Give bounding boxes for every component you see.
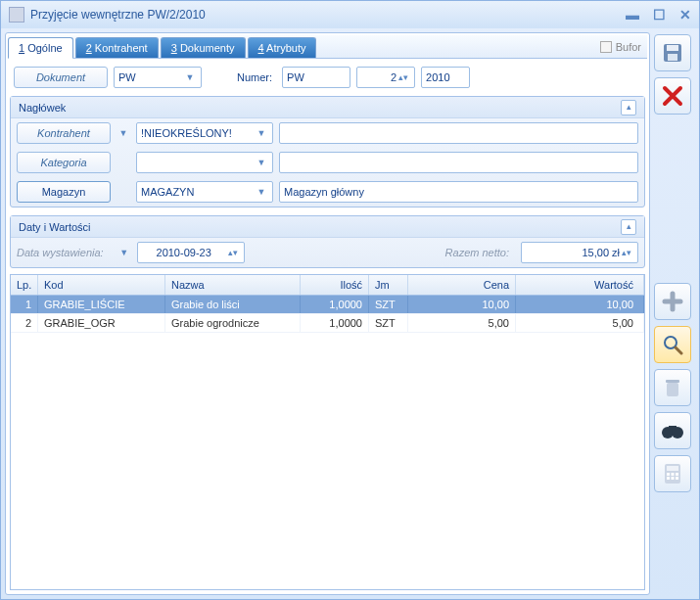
main-pane: 1 Ogólne 2 Kontrahent 3 Dokumenty 4 Atry…: [5, 32, 650, 595]
naglowek-title: Nagłówek: [19, 102, 66, 114]
cell-kod: GRABIE_LIŚCIE: [38, 296, 165, 313]
date-input[interactable]: 2010-09-23 ▴▾: [137, 242, 245, 263]
svg-rect-4: [667, 383, 678, 396]
col-lp[interactable]: Lp.: [11, 275, 38, 295]
cell-wartosc: 10,00: [516, 296, 644, 313]
titlebar: Przyjęcie wewnętrzne PW/2/2010 ▬ ☐ ✕: [1, 1, 699, 28]
naglowek-section: Nagłówek ▴ Kontrahent ▼ !NIEOKREŚLONY! ▼…: [10, 96, 645, 208]
window-controls: ▬ ☐ ✕: [626, 7, 691, 23]
cell-cena: 10,00: [408, 296, 516, 313]
svg-rect-14: [667, 477, 670, 480]
magazyn-select[interactable]: MAGAZYN ▼: [136, 181, 273, 203]
cancel-button[interactable]: [654, 77, 691, 115]
svg-rect-11: [667, 473, 670, 476]
spinner-icon: ▴▾: [620, 248, 633, 257]
naglowek-header: Nagłówek ▴: [11, 97, 644, 118]
plus-icon: [662, 291, 683, 312]
col-ilosc[interactable]: Ilość: [301, 275, 369, 295]
daty-title: Daty i Wartości: [19, 221, 91, 233]
doc-type-value: PW: [118, 71, 183, 83]
items-grid: Lp. Kod Nazwa Ilość Jm Cena Wartość 1GRA…: [10, 274, 645, 590]
col-cena[interactable]: Cena: [408, 275, 516, 295]
spinner-icon: ▴▾: [397, 72, 410, 82]
x-red-icon: [662, 85, 683, 107]
tab-atrybuty[interactable]: 4 Atrybuty: [248, 37, 317, 58]
app-window: Przyjęcie wewnętrzne PW/2/2010 ▬ ☐ ✕ 1 O…: [0, 0, 700, 600]
cell-ilosc: 1,0000: [301, 296, 369, 313]
cell-lp: 1: [11, 296, 38, 313]
svg-rect-2: [668, 54, 677, 61]
cell-jm: SZT: [369, 296, 408, 313]
cell-cena: 5,00: [408, 314, 516, 332]
numer-year-input[interactable]: 2010: [421, 67, 470, 88]
cell-jm: SZT: [369, 314, 408, 332]
floppy-icon: [661, 41, 684, 65]
delete-item-button[interactable]: [654, 369, 691, 406]
calculator-icon: [663, 462, 682, 485]
kontrahent-button[interactable]: Kontrahent: [17, 122, 111, 144]
chevron-down-icon: ▼: [255, 187, 268, 197]
svg-rect-15: [672, 477, 675, 480]
kategoria-button[interactable]: Kategoria: [17, 152, 111, 173]
daty-header: Daty i Wartości ▴: [11, 216, 644, 238]
numer-no-input[interactable]: 2 ▴▾: [356, 67, 415, 88]
col-kod[interactable]: Kod: [38, 275, 165, 295]
tab-ogolne[interactable]: 1 Ogólne: [8, 37, 73, 59]
net-value[interactable]: 15,00 zł ▴▾: [521, 242, 638, 263]
bufor-label: Bufor: [616, 41, 641, 53]
tab-dokumenty[interactable]: 3 Dokumenty: [161, 37, 246, 58]
svg-rect-1: [667, 45, 678, 51]
cell-nazwa: Grabie do liści: [165, 296, 301, 313]
col-jm[interactable]: Jm: [369, 275, 408, 295]
trash-icon: [663, 377, 682, 398]
maximize-button[interactable]: ☐: [653, 7, 666, 23]
grid-header: Lp. Kod Nazwa Ilość Jm Cena Wartość: [11, 275, 644, 296]
kategoria-select[interactable]: ▼: [136, 152, 273, 173]
save-button[interactable]: [654, 34, 691, 71]
kontrahent-select[interactable]: !NIEOKREŚLONY! ▼: [136, 122, 273, 144]
dokument-button[interactable]: Dokument: [14, 67, 108, 88]
checkbox-icon: [600, 41, 612, 53]
svg-rect-5: [666, 380, 679, 383]
calculator-button[interactable]: [654, 455, 691, 492]
bufor-checkbox[interactable]: Bufor: [600, 41, 641, 53]
chevron-down-icon[interactable]: ▼: [117, 248, 131, 257]
cell-lp: 2: [11, 314, 38, 332]
collapse-button[interactable]: ▴: [621, 100, 636, 115]
chevron-down-icon: ▼: [255, 158, 268, 167]
close-button[interactable]: ✕: [679, 7, 691, 23]
grid-body: 1GRABIE_LIŚCIEGrabie do liści1,0000SZT10…: [11, 296, 644, 333]
app-icon: [9, 7, 24, 23]
collapse-button[interactable]: ▴: [621, 219, 636, 235]
cell-wartosc: 5,00: [516, 314, 644, 332]
minimize-button[interactable]: ▬: [626, 7, 639, 23]
table-row[interactable]: 2GRABIE_OGRGrabie ogrodnicze1,0000SZT5,0…: [11, 314, 644, 333]
doc-type-select[interactable]: PW ▼: [114, 67, 202, 88]
add-item-button[interactable]: [654, 283, 691, 320]
table-row[interactable]: 1GRABIE_LIŚCIEGrabie do liści1,0000SZT10…: [11, 296, 644, 314]
chevron-down-icon[interactable]: ▼: [117, 128, 130, 138]
svg-rect-13: [676, 473, 678, 476]
cell-nazwa: Grabie ogrodnicze: [165, 314, 301, 332]
chevron-down-icon: ▼: [255, 128, 268, 138]
magazyn-button[interactable]: Magazyn: [17, 181, 111, 203]
search-button[interactable]: [654, 412, 691, 449]
kategoria-desc-input[interactable]: [279, 152, 638, 173]
magazyn-desc-input[interactable]: Magazyn główny: [279, 181, 638, 203]
col-nazwa[interactable]: Nazwa: [165, 275, 301, 295]
col-wartosc[interactable]: Wartość: [516, 275, 644, 295]
numer-prefix-input[interactable]: PW: [282, 67, 350, 88]
window-title: Przyjęcie wewnętrzne PW/2/2010: [30, 8, 626, 22]
net-label: Razem netto:: [445, 247, 509, 258]
daty-section: Daty i Wartości ▴ Data wystawienia: ▼ 20…: [10, 215, 645, 268]
view-item-button[interactable]: [654, 326, 691, 363]
binoculars-icon: [661, 422, 684, 439]
cell-kod: GRABIE_OGR: [38, 314, 165, 332]
tab-kontrahent[interactable]: 2 Kontrahent: [75, 37, 159, 58]
sidebar: [654, 32, 695, 595]
svg-rect-12: [672, 473, 675, 476]
svg-rect-16: [676, 477, 678, 480]
kontrahent-desc-input[interactable]: [279, 122, 638, 144]
date-label: Data wystawienia:: [17, 247, 104, 258]
svg-rect-10: [667, 466, 678, 471]
